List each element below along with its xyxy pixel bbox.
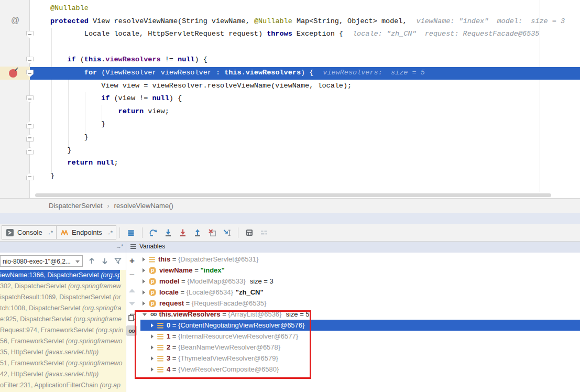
- variable-row-1[interactable]: 1 = {InternalResourceViewResolver@6577}: [140, 331, 580, 342]
- move-up-icon[interactable]: [127, 285, 137, 296]
- breadcrumb-separator: ›: [107, 202, 110, 210]
- variable-row-request[interactable]: prequest = {RequestFacade@6535}: [140, 298, 580, 309]
- tab-label: Endpoints: [72, 228, 102, 236]
- frame-package: (javax.servlet.http): [45, 371, 99, 378]
- chevron-right-icon[interactable]: [143, 279, 145, 284]
- equals-sign: =: [170, 343, 178, 351]
- variable-value: {ContentNegotiatingViewResolver@6576}: [178, 321, 304, 329]
- duplicate-icon[interactable]: [127, 312, 137, 322]
- horizontal-scrollbar[interactable]: [35, 193, 551, 197]
- code-line: return null;: [67, 157, 118, 170]
- frame-row[interactable]: 56, FrameworkServlet (org.springframewo: [0, 336, 126, 347]
- frame-row[interactable]: iewName:1366, DispatcherServlet (org.sp: [0, 270, 120, 281]
- frame-row[interactable]: e:925, DispatcherServlet (org.springfram…: [0, 314, 126, 325]
- indent-guide: [68, 79, 69, 147]
- thread-selector[interactable]: nio-8080-exec-1"@6,2...: [0, 255, 83, 267]
- variable-row-2[interactable]: 2 = {BeanNameViewResolver@6578}: [140, 342, 580, 353]
- variable-row-this[interactable]: this = {DispatcherServlet@6531}: [140, 254, 580, 265]
- breadcrumb-item[interactable]: DispatcherServlet: [49, 202, 103, 210]
- frame-row[interactable]: Request:974, FrameworkServlet (org.sprin: [0, 325, 126, 336]
- chevron-right-icon[interactable]: [143, 268, 145, 273]
- code-editor[interactable]: @ @Nullableprotected View resolveViewNam…: [0, 0, 580, 198]
- indent-guide: [85, 92, 85, 135]
- tab-endpoints[interactable]: Endpoints→*: [56, 225, 116, 239]
- variable-row-this-viewResolvers[interactable]: oothis.viewResolvers = {ArrayList@6536}s…: [140, 309, 580, 320]
- step-out-icon[interactable]: [193, 228, 202, 237]
- chevron-right-icon[interactable]: [143, 290, 145, 295]
- variable-value: {BeanNameViewResolver@6578}: [178, 343, 280, 351]
- filter-frames-icon[interactable]: [113, 255, 123, 267]
- chevron-down-icon[interactable]: [143, 313, 147, 316]
- code-line: if (view != null) {: [101, 92, 182, 105]
- code-line: return view;: [118, 105, 169, 118]
- frame-location: 35, HttpServlet: [0, 349, 45, 356]
- frame-row[interactable]: tch:1008, DispatcherServlet (org.springf…: [0, 303, 126, 314]
- execution-code-line: for (ViewResolver viewResolver : this.vi…: [84, 67, 425, 80]
- evaluate-expression-icon[interactable]: [245, 228, 254, 237]
- step-into-icon[interactable]: [164, 228, 172, 237]
- tab-console[interactable]: Console→*: [2, 225, 57, 239]
- drop-frame-icon[interactable]: [208, 228, 216, 237]
- force-step-into-icon[interactable]: [179, 228, 187, 237]
- inline-debugger-hint: locale: "zh_CN" request: RequestFacade@6…: [353, 30, 539, 38]
- code-line: @Nullable: [50, 2, 89, 15]
- chevron-right-icon[interactable]: [143, 257, 145, 262]
- inline-debugger-hint: viewName: "index" model: size = 3: [417, 17, 565, 25]
- frame-location: 302, DispatcherServlet: [0, 282, 68, 290]
- breakpoint-icon[interactable]: [9, 69, 17, 78]
- previous-frame-icon[interactable]: [86, 255, 97, 267]
- remove-watch-icon[interactable]: −: [127, 270, 137, 280]
- frame-row[interactable]: 302, DispatcherServlet (org.springframew: [0, 281, 126, 292]
- chevron-right-icon[interactable]: [143, 301, 145, 306]
- code-line: }: [84, 131, 89, 144]
- chevron-right-icon[interactable]: [151, 367, 154, 372]
- run-to-cursor-icon[interactable]: [223, 228, 231, 237]
- frame-row[interactable]: 35, HttpServlet (javax.servlet.http): [0, 347, 126, 358]
- tab-label: Console: [17, 228, 42, 236]
- frame-location: 51, FrameworkServlet: [0, 360, 66, 367]
- variable-name: model: [159, 277, 179, 285]
- parameter-icon: p: [149, 300, 156, 307]
- frames-pin-icon[interactable]: →*: [116, 243, 123, 249]
- variable-value: {ThymeleafViewResolver@6579}: [178, 354, 278, 362]
- frame-row[interactable]: 42, HttpServlet (javax.servlet.http): [0, 369, 126, 380]
- move-down-icon[interactable]: [127, 298, 137, 309]
- add-watch-icon[interactable]: +: [127, 256, 137, 266]
- chevron-right-icon[interactable]: [151, 334, 154, 339]
- frame-package: (org.springframew: [68, 282, 121, 290]
- value-icon: [157, 355, 163, 362]
- variable-name: 4: [167, 365, 170, 373]
- step-over-icon[interactable]: [149, 228, 158, 237]
- frames-panel: nio-8080-exec-1"@6,2... iewName:1366, Di…: [0, 253, 126, 392]
- variable-row-3[interactable]: 3 = {ThymeleafViewResolver@6579}: [140, 353, 580, 364]
- panel-splitter[interactable]: [126, 242, 126, 392]
- collection-size: size = 3: [250, 277, 273, 285]
- variable-row-locale[interactable]: plocale = {Locale@6534}"zh_CN": [140, 287, 580, 298]
- equals-sign: =: [179, 277, 187, 285]
- value-icon: [157, 333, 163, 340]
- chevron-right-icon[interactable]: [151, 345, 154, 350]
- variable-name: 0: [167, 321, 170, 329]
- variable-row-0[interactable]: 0 = {ContentNegotiatingViewResolver@6576…: [140, 320, 580, 331]
- frame-row[interactable]: oFilter:231, ApplicationFilterChain (org…: [0, 380, 126, 391]
- variable-row-viewName[interactable]: pviewName = "index": [140, 265, 580, 276]
- frame-location: e:925, DispatcherServlet: [0, 315, 73, 323]
- breadcrumb-item[interactable]: resolveViewName(): [114, 202, 173, 210]
- variable-row-model[interactable]: pmodel = {ModelMap@6533}size = 3: [140, 276, 580, 287]
- chevron-right-icon[interactable]: [151, 356, 154, 361]
- variable-value: {DispatcherServlet@6531}: [178, 255, 258, 263]
- variable-row-4[interactable]: 4 = {ViewResolverComposite@6580}: [140, 364, 580, 375]
- show-watches-icon[interactable]: oo: [126, 325, 137, 336]
- variable-name: this.viewResolvers: [159, 310, 220, 318]
- variable-value: {Locale@6534}: [187, 288, 233, 296]
- parameter-icon: p: [149, 289, 156, 296]
- chevron-right-icon[interactable]: [151, 323, 154, 328]
- frame-row[interactable]: ispatchResult:1069, DispatcherServlet (o…: [0, 292, 126, 303]
- show-execution-point-icon[interactable]: [127, 228, 135, 237]
- frame-row[interactable]: 51, FrameworkServlet (org.springframewo: [0, 358, 126, 369]
- next-frame-icon[interactable]: [100, 255, 110, 267]
- code-line: }: [67, 144, 71, 157]
- restore-layout-icon: [260, 228, 268, 237]
- variable-string-value: "index": [200, 266, 224, 274]
- equals-sign: =: [170, 365, 178, 373]
